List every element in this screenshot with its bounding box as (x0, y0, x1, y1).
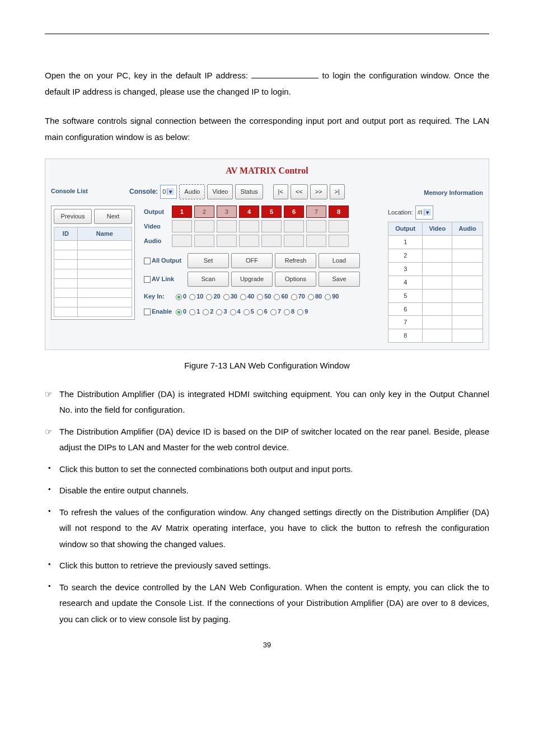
output-1[interactable]: 1 (172, 206, 192, 218)
t: on your PC, key in the default IP addres… (84, 71, 251, 80)
audio-row-label: Audio (144, 235, 170, 247)
upgrade-button[interactable]: Upgrade (231, 272, 273, 287)
next-button[interactable]: Next (94, 209, 132, 224)
previous-button[interactable]: Previous (54, 209, 92, 224)
location-select[interactable]: #I▾ (415, 206, 433, 220)
col-name: Name (77, 227, 132, 241)
audio-cell[interactable] (172, 235, 192, 247)
video-cell[interactable] (172, 220, 192, 232)
note-6: Click this button to retrieve the previo… (45, 558, 489, 574)
note-3: Click this button to set the connected c… (45, 461, 489, 478)
all-output-checkbox[interactable] (144, 258, 151, 264)
av-matrix-screenshot: AV MATRIX Control Console List Console: … (45, 158, 489, 350)
col-id: ID (54, 227, 78, 241)
output-7[interactable]: 7 (306, 206, 326, 218)
mem-col-audio: Audio (452, 222, 483, 236)
mem-col-video: Video (423, 222, 452, 236)
nav-last-button[interactable]: >| (330, 184, 345, 199)
scan-button[interactable]: Scan (188, 272, 229, 287)
output-4[interactable]: 4 (239, 206, 259, 218)
output-6[interactable]: 6 (284, 206, 304, 218)
panel-title: AV MATRIX Control (51, 162, 483, 179)
av-link-label: AV Link (152, 276, 174, 282)
intro-para-2: The software controls signal connection … (45, 113, 489, 145)
all-output-label: All Output (152, 257, 181, 264)
console-label: Console: (129, 185, 158, 198)
intro-para-1: Open the on your PC, key in the default … (45, 68, 489, 100)
keyin-radio[interactable] (176, 294, 182, 300)
console-list-table: IDName (54, 227, 132, 317)
t: Open the (45, 71, 84, 80)
note-7: To search the device controlled by the L… (45, 580, 489, 628)
off-button[interactable]: OFF (231, 253, 273, 268)
note-1: The Distribution Amplifier (DA) is integ… (45, 386, 489, 418)
nav-first-button[interactable]: |< (273, 184, 288, 199)
output-2[interactable]: 2 (194, 206, 214, 218)
t: to login the (322, 71, 369, 80)
keyin-label: Key In: (144, 291, 173, 302)
video-row-label: Video (144, 221, 170, 232)
enable-checkbox[interactable] (144, 309, 151, 315)
location-label: Location: (388, 207, 413, 218)
enable-radio[interactable] (176, 309, 182, 315)
video-button[interactable]: Video (207, 184, 233, 199)
output-8[interactable]: 8 (329, 206, 349, 218)
audio-button[interactable]: Audio (179, 184, 205, 199)
status-button[interactable]: Status (235, 184, 263, 199)
figure-caption: Figure 7-13 LAN Web Configuration Window (45, 358, 489, 374)
enable-label: Enable (152, 308, 172, 315)
console-select[interactable]: 0▾ (160, 185, 177, 199)
output-5[interactable]: 5 (261, 206, 282, 218)
blank-ip (251, 69, 318, 78)
refresh-button[interactable]: Refresh (275, 253, 316, 268)
memory-table: Output Video Audio 1 2 3 4 5 6 7 8 (388, 222, 483, 343)
set-button[interactable]: Set (188, 253, 229, 268)
save-button[interactable]: Save (318, 272, 360, 287)
memory-info-heading: Memory Information (424, 189, 483, 196)
av-link-checkbox[interactable] (144, 276, 151, 283)
note-4: Disable the entire output channels. (45, 483, 489, 499)
mem-col-output: Output (388, 222, 423, 236)
options-button[interactable]: Options (275, 272, 316, 287)
output-3[interactable]: 3 (217, 206, 237, 218)
console-list-heading: Console List (51, 185, 129, 197)
load-button[interactable]: Load (318, 253, 360, 268)
note-5: To refresh the values of the configurati… (45, 505, 489, 553)
nav-prev-button[interactable]: << (291, 184, 308, 199)
page-number: 39 (45, 638, 489, 652)
note-2: The Distribution Amplifier (DA) device I… (45, 424, 489, 456)
nav-next-button[interactable]: >> (310, 184, 327, 199)
output-row-label: Output (144, 206, 170, 218)
